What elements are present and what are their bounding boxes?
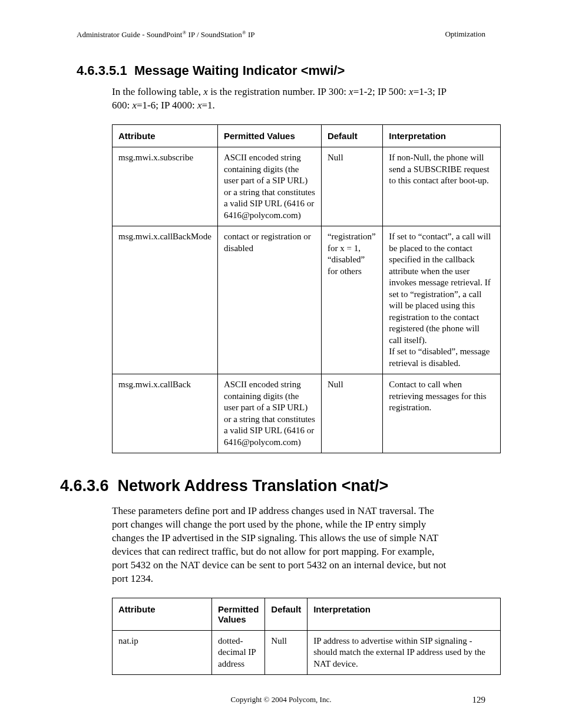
cell-attr: msg.mwi.x.subscribe — [113, 147, 218, 226]
section-heading-nat: 4.6.3.6 Network Address Translation <nat… — [60, 477, 509, 495]
copyright: Copyright © 2004 Polycom, Inc. — [231, 695, 332, 704]
header-left: Administrator Guide - SoundPoint® IP / S… — [77, 29, 254, 39]
col-interp: Interpretation — [383, 125, 501, 147]
cell-interp: If non-Null, the phone will send a SUBSC… — [383, 147, 501, 226]
section-number: 4.6.3.5.1 — [77, 63, 127, 78]
header-left-a: Administrator Guide - SoundPoint — [77, 30, 182, 39]
cell-attr: nat.ip — [113, 630, 212, 675]
cell-default: Null — [265, 630, 308, 675]
t: =1-2; IP 500: — [353, 86, 409, 97]
var-x: x — [203, 86, 208, 97]
var-x: x — [132, 100, 137, 111]
page-footer: Copyright © 2004 Polycom, Inc. 129 — [0, 695, 562, 704]
table-row: msg.mwi.x.callBackMode contact or regist… — [113, 226, 501, 374]
cell-default: Null — [321, 147, 382, 226]
table-row: msg.mwi.x.callBack ASCII encoded string … — [113, 374, 501, 453]
cell-attr: msg.mwi.x.callBackMode — [113, 226, 218, 374]
col-attr: Attribute — [113, 125, 218, 147]
var-x: x — [409, 86, 414, 97]
cell-perm: ASCII encoded string containing digits (… — [217, 374, 321, 453]
section-title: Network Address Translation <nat/> — [118, 477, 389, 495]
t: In the following table, — [112, 86, 203, 97]
table-header-row: Attribute Permitted Values Default Inter… — [113, 125, 501, 147]
col-perm: Permitted Values — [217, 125, 321, 147]
cell-default: Null — [321, 374, 382, 453]
cell-perm: dotted-decimal IP address — [212, 630, 265, 675]
t: =1-6; IP 4000: — [137, 100, 197, 111]
t: =1. — [202, 100, 215, 111]
section-title: Message Waiting Indicator <mwi/> — [134, 63, 345, 78]
cell-default: “registration” for x = 1, “disabled” for… — [321, 226, 382, 374]
header-left-c: IP — [246, 30, 255, 39]
section-number: 4.6.3.6 — [60, 477, 109, 495]
col-interp: Interpretation — [308, 598, 501, 630]
table-row: nat.ip dotted-decimal IP address Null IP… — [113, 630, 501, 675]
col-attr: Attribute — [113, 598, 212, 630]
col-default: Default — [321, 125, 382, 147]
section-heading-mwi: 4.6.3.5.1 Message Waiting Indicator <mwi… — [77, 63, 485, 78]
cell-perm: contact or registration or disabled — [217, 226, 321, 374]
cell-interp: IP address to advertise within SIP signa… — [308, 630, 501, 675]
cell-attr: msg.mwi.x.callBack — [113, 374, 218, 453]
page: Administrator Guide - SoundPoint® IP / S… — [0, 0, 562, 728]
col-default: Default — [265, 598, 308, 630]
cell-perm: ASCII encoded string containing digits (… — [217, 147, 321, 226]
table-row: msg.mwi.x.subscribe ASCII encoded string… — [113, 147, 501, 226]
header-left-b: IP / SoundStation — [186, 30, 242, 39]
col-perm: Permitted Values — [212, 598, 265, 630]
nat-table: Attribute Permitted Values Default Inter… — [112, 598, 501, 676]
reg-mark: ® — [242, 29, 246, 35]
t: is the registration number. IP 300: — [208, 86, 349, 97]
header-right: Optimization — [445, 29, 485, 39]
section1-intro: In the following table, x is the registr… — [112, 85, 450, 113]
var-x: x — [349, 86, 353, 97]
section2-body: These parameters define port and IP addr… — [112, 505, 450, 586]
mwi-table: Attribute Permitted Values Default Inter… — [112, 124, 501, 453]
running-header: Administrator Guide - SoundPoint® IP / S… — [77, 29, 485, 39]
cell-interp: Contact to call when retrieving messages… — [383, 374, 501, 453]
cell-interp: If set to “contact”, a call will be plac… — [383, 226, 501, 374]
page-number: 129 — [472, 695, 486, 705]
var-x: x — [197, 100, 202, 111]
table-header-row: Attribute Permitted Values Default Inter… — [113, 598, 501, 630]
